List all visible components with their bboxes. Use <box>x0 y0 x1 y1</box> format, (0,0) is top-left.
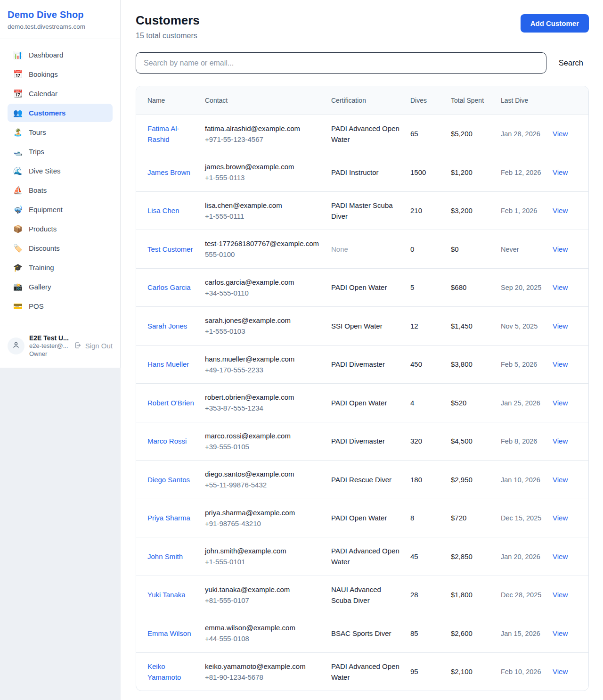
customer-last-dive: Never <box>501 246 519 253</box>
sidebar-item-dashboard[interactable]: 📊 Dashboard <box>8 46 113 64</box>
customer-name-link[interactable]: Emma Wilson <box>147 629 191 637</box>
avatar <box>8 338 24 354</box>
customer-email: sarah.jones@example.com <box>205 315 323 326</box>
customer-name-link[interactable]: Sarah Jones <box>147 322 187 330</box>
sidebar-item-boats[interactable]: ⛵ Boats <box>8 181 113 199</box>
column-header-dives: Dives <box>410 86 451 115</box>
shop-domain: demo.test.divestreams.com <box>8 23 113 30</box>
sidebar-item-dive-sites[interactable]: 🌊 Dive Sites <box>8 162 113 180</box>
customer-total-spent: $4,500 <box>451 437 473 445</box>
view-link[interactable]: View <box>553 283 568 291</box>
sidebar-item-bookings[interactable]: 📅 Bookings <box>8 65 113 83</box>
user-name: E2E Test U... <box>29 334 69 342</box>
sidebar-item-label: Boats <box>29 186 47 194</box>
customer-name-link[interactable]: Marco Rossi <box>147 437 187 445</box>
customer-phone: +1-555-0103 <box>205 326 323 337</box>
customer-name-link[interactable]: Test Customer <box>147 245 193 253</box>
customer-name-link[interactable]: Yuki Tanaka <box>147 591 186 599</box>
view-link[interactable]: View <box>553 360 568 368</box>
view-link[interactable]: View <box>553 552 568 560</box>
customer-name-link[interactable]: John Smith <box>147 552 183 560</box>
customer-dives: 210 <box>410 206 422 214</box>
shop-title: Demo Dive Shop <box>8 9 113 20</box>
motorboat-icon: 🛥️ <box>13 147 23 156</box>
sidebar-item-gallery[interactable]: 📸 Gallery <box>8 278 113 296</box>
customer-name-link[interactable]: Lisa Chen <box>147 206 179 214</box>
sign-out-button[interactable]: Sign Out <box>74 341 113 351</box>
customer-phone: +81-90-1234-5678 <box>205 672 323 683</box>
customer-total-spent: $2,850 <box>451 552 473 560</box>
customer-name-link[interactable]: Diego Santos <box>147 476 190 484</box>
view-link[interactable]: View <box>553 476 568 484</box>
customer-phone: +39-555-0105 <box>205 441 323 452</box>
customer-name-link[interactable]: Robert O'Brien <box>147 399 194 407</box>
customer-dives: 8 <box>410 514 414 522</box>
customer-last-dive: Feb 1, 2026 <box>501 207 537 214</box>
customer-name-link[interactable]: Hans Mueller <box>147 360 189 368</box>
customer-name-link[interactable]: Keiko Yamamoto <box>147 662 181 681</box>
view-link[interactable]: View <box>553 591 568 599</box>
sidebar-item-calendar[interactable]: 📆 Calendar <box>8 84 113 103</box>
sidebar: Demo Dive Shop demo.test.divestreams.com… <box>0 0 121 368</box>
customer-certification: PADI Advanced Open Water <box>331 662 399 681</box>
view-link[interactable]: View <box>553 130 568 138</box>
customer-phone: +91-98765-43210 <box>205 518 323 529</box>
customer-last-dive: Jan 25, 2026 <box>501 399 540 407</box>
bar-chart-icon: 📊 <box>13 50 23 59</box>
customer-total-spent: $720 <box>451 514 466 522</box>
customer-certification: None <box>331 245 348 253</box>
sidebar-item-customers[interactable]: 👥 Customers <box>8 104 113 122</box>
user-email: e2e-tester@... <box>29 342 69 350</box>
customer-total-spent: $1,200 <box>451 168 473 176</box>
sidebar-item-products[interactable]: 📦 Products <box>8 220 113 238</box>
view-link[interactable]: View <box>553 667 568 675</box>
customer-name-link[interactable]: Fatima Al-Rashid <box>147 124 179 143</box>
view-link[interactable]: View <box>553 437 568 445</box>
view-link[interactable]: View <box>553 245 568 253</box>
customer-phone: +353-87-555-1234 <box>205 403 323 413</box>
view-link[interactable]: View <box>553 514 568 522</box>
view-link[interactable]: View <box>553 168 568 176</box>
customer-name-link[interactable]: James Brown <box>147 168 190 176</box>
customer-dives: 65 <box>410 130 418 138</box>
table-row: Priya Sharma priya.sharma@example.com +9… <box>136 499 589 537</box>
customer-email: emma.wilson@example.com <box>205 622 323 633</box>
customer-certification: PADI Divemaster <box>331 360 385 368</box>
search-button[interactable]: Search <box>553 54 589 72</box>
customer-phone: +1-555-0113 <box>205 172 323 183</box>
sidebar-item-tours[interactable]: 🏝️ Tours <box>8 123 113 141</box>
customer-email: fatima.alrashid@example.com <box>205 123 323 134</box>
sidebar-item-label: Dive Sites <box>29 167 61 175</box>
customer-certification: NAUI Advanced Scuba Diver <box>331 585 381 604</box>
view-link[interactable]: View <box>553 322 568 330</box>
add-customer-button[interactable]: Add Customer <box>521 14 589 33</box>
page-title: Customers <box>136 13 200 28</box>
customer-name-link[interactable]: Carlos Garcia <box>147 283 191 291</box>
view-link[interactable]: View <box>553 399 568 407</box>
page-subtitle: 15 total customers <box>136 32 200 40</box>
sidebar-item-label: POS <box>29 302 44 310</box>
customer-last-dive: Jan 10, 2026 <box>501 476 540 484</box>
customer-email: lisa.chen@example.com <box>205 200 323 211</box>
search-input[interactable] <box>136 52 546 74</box>
customer-certification: PADI Master Scuba Diver <box>331 201 393 220</box>
sidebar-item-trips[interactable]: 🛥️ Trips <box>8 142 113 161</box>
customer-last-dive: Nov 5, 2025 <box>501 322 538 330</box>
customer-last-dive: Jan 28, 2026 <box>501 130 540 138</box>
view-link[interactable]: View <box>553 629 568 637</box>
customer-name-link[interactable]: Priya Sharma <box>147 514 190 522</box>
customer-phone: +1-555-0101 <box>205 556 323 567</box>
customer-last-dive: Dec 28, 2025 <box>501 591 541 599</box>
sidebar-item-discounts[interactable]: 🏷️ Discounts <box>8 239 113 257</box>
view-link[interactable]: View <box>553 206 568 214</box>
table-row: Sarah Jones sarah.jones@example.com +1-5… <box>136 307 589 346</box>
table-row: Lisa Chen lisa.chen@example.com +1-555-0… <box>136 191 589 230</box>
sidebar-item-pos[interactable]: 💳 POS <box>8 297 113 315</box>
sidebar-item-label: Gallery <box>29 283 51 291</box>
customer-dives: 1500 <box>410 168 426 176</box>
sidebar-item-equipment[interactable]: 🤿 Equipment <box>8 200 113 219</box>
customer-dives: 0 <box>410 245 414 253</box>
person-icon <box>12 341 20 351</box>
sidebar-item-training[interactable]: 🎓 Training <box>8 258 113 277</box>
table-row: Marco Rossi marco.rossi@example.com +39-… <box>136 422 589 461</box>
